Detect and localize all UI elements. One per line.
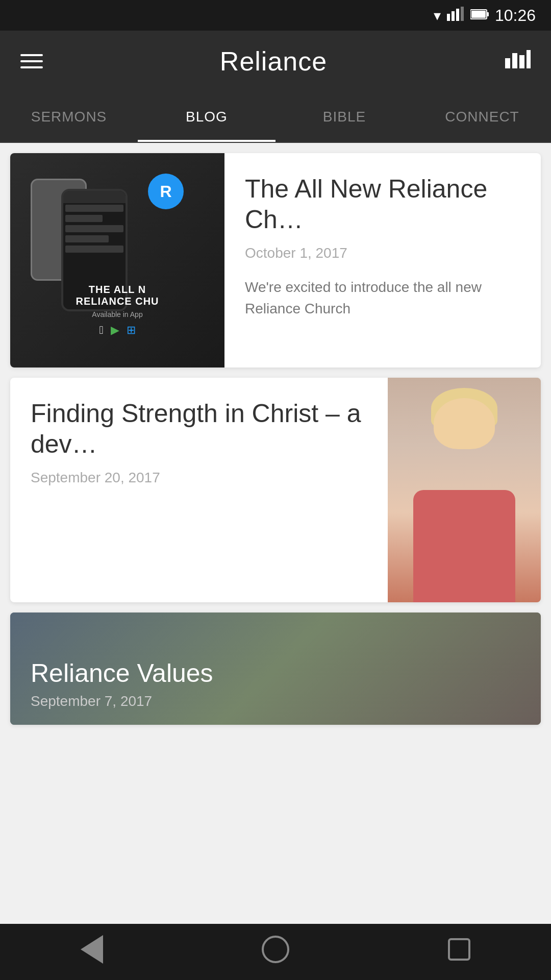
menu-button[interactable] (20, 54, 43, 68)
nav-home-button[interactable] (255, 929, 296, 970)
home-icon (262, 936, 289, 963)
card-1-excerpt: We're excited to introduce the all new R… (245, 277, 520, 320)
tab-sermons-label: SERMONS (31, 109, 107, 125)
card-2-content: Finding Strength in Christ – a dev… Sept… (10, 378, 388, 602)
card-1-content: The All New Reliance Ch… October 1, 2017… (224, 153, 541, 368)
chart-icon[interactable] (504, 48, 531, 75)
tab-blog[interactable]: BLOG (138, 92, 276, 142)
svg-rect-7 (505, 58, 510, 68)
tab-sermons[interactable]: SERMONS (0, 92, 138, 142)
card-3-title: Reliance Values (31, 658, 520, 688)
person-image (388, 378, 541, 602)
svg-rect-3 (461, 7, 464, 21)
card-1-title: The All New Reliance Ch… (245, 174, 520, 235)
person-body (413, 490, 515, 602)
bottom-nav (0, 924, 551, 980)
app-header: Reliance (0, 31, 551, 92)
app-icon: R (148, 174, 184, 209)
card-2-image (388, 378, 541, 602)
svg-rect-10 (527, 50, 531, 68)
card-3-text: Reliance Values September 7, 2017 (10, 643, 541, 725)
svg-rect-5 (487, 12, 489, 16)
card-1-date: October 1, 2017 (245, 245, 520, 261)
svg-rect-1 (452, 11, 455, 21)
blog-card-3[interactable]: Reliance Values September 7, 2017 (10, 612, 541, 725)
card-1-image: R THE ALL NRELIANCE CHU Available in App… (10, 153, 224, 368)
tab-blog-label: BLOG (186, 109, 228, 125)
svg-rect-8 (512, 53, 517, 68)
content-area: R THE ALL NRELIANCE CHU Available in App… (0, 143, 551, 924)
back-icon (81, 935, 103, 964)
person-head (434, 398, 495, 449)
app-title: Reliance (220, 46, 327, 77)
apple-store-icon:  (99, 324, 103, 337)
card-2-title: Finding Strength in Christ – a dev… (31, 398, 367, 459)
wifi-icon: ▾ (434, 7, 441, 24)
tab-bar: SERMONS BLOG BIBLE CONNECT (0, 92, 551, 143)
svg-rect-6 (471, 11, 486, 18)
blog-card-2[interactable]: Finding Strength in Christ – a dev… Sept… (10, 378, 541, 602)
card-2-date: September 20, 2017 (31, 470, 367, 486)
nav-recents-button[interactable] (439, 929, 480, 970)
battery-icon (470, 8, 489, 23)
svg-rect-9 (519, 55, 524, 68)
windows-store-icon: ⊞ (127, 324, 136, 337)
signal-icon (447, 7, 464, 24)
card-overlay-sub: Available in App (15, 310, 219, 318)
card-overlay-text: THE ALL NRELIANCE CHU Available in App … (15, 284, 219, 337)
status-bar: ▾ 10:26 (0, 0, 551, 31)
tab-bible[interactable]: BIBLE (276, 92, 413, 142)
status-time: 10:26 (495, 6, 536, 25)
play-store-icon: ▶ (111, 324, 119, 337)
tab-connect-label: CONNECT (445, 109, 519, 125)
svg-rect-2 (456, 9, 459, 21)
svg-rect-0 (447, 14, 450, 21)
card-3-date: September 7, 2017 (31, 693, 520, 709)
blog-card-1[interactable]: R THE ALL NRELIANCE CHU Available in App… (10, 153, 541, 368)
tab-connect[interactable]: CONNECT (413, 92, 551, 142)
recents-icon (448, 938, 470, 961)
store-icons:  ▶ ⊞ (15, 324, 219, 337)
card-overlay-title: THE ALL NRELIANCE CHU (15, 284, 219, 307)
tab-bible-label: BIBLE (323, 109, 366, 125)
status-icons: ▾ 10:26 (434, 6, 536, 25)
nav-back-button[interactable] (71, 929, 112, 970)
